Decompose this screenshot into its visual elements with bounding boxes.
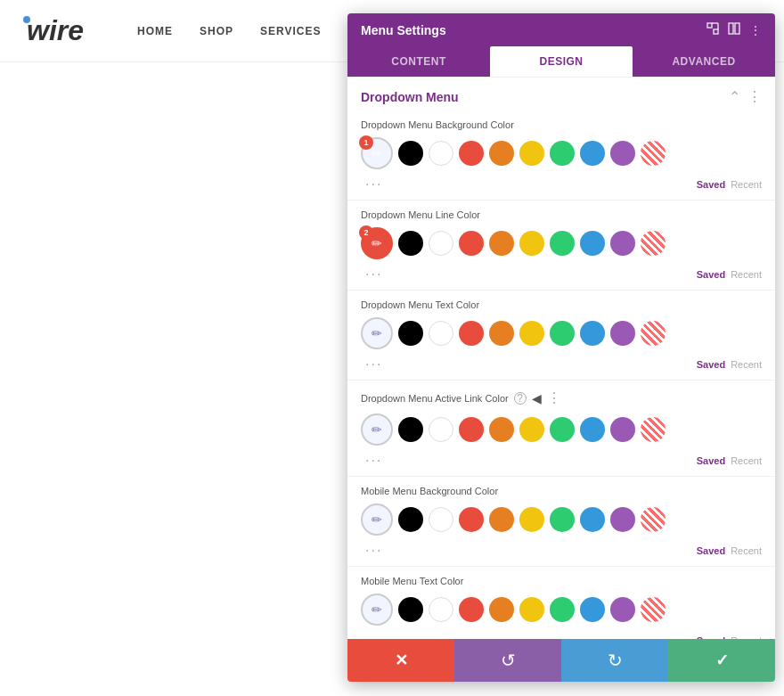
color-green-2[interactable]: [550, 231, 575, 256]
more-dots-5[interactable]: ···: [361, 543, 387, 559]
dropdown-line-color-row: 2 ✏: [361, 227, 762, 259]
color-orange-2[interactable]: [489, 231, 514, 256]
more-vert-active-icon[interactable]: ⋮: [547, 389, 561, 406]
saved-1[interactable]: Saved: [697, 179, 725, 190]
recent-2[interactable]: Recent: [731, 269, 762, 280]
recent-1[interactable]: Recent: [731, 179, 762, 190]
color-black-4[interactable]: [398, 417, 423, 442]
mobile-bg-color-setting: Mobile Menu Background Color ✏: [347, 479, 775, 543]
cancel-button[interactable]: ✕: [347, 639, 454, 682]
color-red-5[interactable]: [459, 507, 484, 532]
color-black-3[interactable]: [398, 321, 423, 346]
color-blue-2[interactable]: [580, 231, 605, 256]
color-white-4[interactable]: [429, 417, 453, 442]
saved-5[interactable]: Saved: [697, 545, 725, 556]
panel-header-icons: ⋮: [706, 22, 762, 37]
color-purple-1[interactable]: [610, 141, 635, 166]
color-black-5[interactable]: [398, 507, 423, 532]
nav-item-home[interactable]: HOME: [137, 25, 173, 37]
color-purple-6[interactable]: [610, 597, 635, 622]
color-purple-2[interactable]: [610, 231, 635, 256]
color-yellow-1[interactable]: [519, 141, 544, 166]
tab-design[interactable]: Design: [490, 46, 633, 77]
section-more-icon[interactable]: ⋮: [747, 88, 762, 105]
recent-3[interactable]: Recent: [731, 359, 762, 370]
color-orange-5[interactable]: [489, 507, 514, 532]
mobile-text-picker-btn[interactable]: ✏: [361, 594, 393, 626]
color-white-5[interactable]: [429, 507, 453, 532]
dropdown-text-label: Dropdown Menu Text Color: [361, 299, 762, 310]
color-orange-6[interactable]: [489, 597, 514, 622]
color-green-6[interactable]: [550, 597, 575, 622]
redo-button[interactable]: ↻: [561, 639, 668, 682]
color-blue-1[interactable]: [580, 141, 605, 166]
color-green-3[interactable]: [550, 321, 575, 346]
tab-content[interactable]: Content: [347, 46, 490, 77]
saved-4[interactable]: Saved: [697, 455, 725, 466]
color-orange-3[interactable]: [489, 321, 514, 346]
section-collapse-icon[interactable]: ⌃: [729, 88, 740, 105]
color-yellow-2[interactable]: [519, 231, 544, 256]
nav-item-shop[interactable]: SHOP: [200, 25, 233, 37]
color-red-3[interactable]: [459, 321, 484, 346]
saved-3[interactable]: Saved: [697, 359, 725, 370]
color-transparent-2[interactable]: [641, 231, 666, 256]
color-purple-4[interactable]: [610, 417, 635, 442]
color-blue-3[interactable]: [580, 321, 605, 346]
color-yellow-3[interactable]: [519, 321, 544, 346]
dropdown-active-picker-btn[interactable]: ✏: [361, 414, 393, 446]
color-black-2[interactable]: [398, 231, 423, 256]
color-blue-4[interactable]: [580, 417, 605, 442]
color-orange-4[interactable]: [489, 417, 514, 442]
color-green-4[interactable]: [550, 417, 575, 442]
saved-2[interactable]: Saved: [697, 269, 725, 280]
dropdown-line-picker-btn[interactable]: 2 ✏: [361, 227, 393, 259]
expand-icon[interactable]: [706, 22, 719, 37]
recent-4[interactable]: Recent: [731, 455, 762, 466]
color-transparent-5[interactable]: [641, 507, 666, 532]
color-red-6[interactable]: [459, 597, 484, 622]
undo-button[interactable]: ↺: [454, 639, 561, 682]
save-button[interactable]: ✓: [668, 639, 775, 682]
dropdown-line-color-setting: Dropdown Menu Line Color 2 ✏: [347, 202, 775, 266]
color-red-1[interactable]: [459, 141, 484, 166]
color-transparent-3[interactable]: [641, 321, 666, 346]
more-dots-3[interactable]: ···: [361, 356, 387, 373]
color-yellow-5[interactable]: [519, 507, 544, 532]
split-icon[interactable]: [728, 22, 740, 37]
more-dots-2[interactable]: ···: [361, 266, 387, 282]
nav-item-services[interactable]: SERVICES: [260, 25, 321, 37]
color-red-2[interactable]: [459, 231, 484, 256]
color-white-3[interactable]: [429, 321, 453, 346]
dropdown-bg-picker-btn[interactable]: 1 ✏: [361, 137, 393, 169]
color-green-1[interactable]: [550, 141, 575, 166]
more-dots-1[interactable]: ···: [361, 176, 387, 192]
color-purple-5[interactable]: [610, 507, 635, 532]
color-blue-5[interactable]: [580, 507, 605, 532]
more-vert-header-icon[interactable]: ⋮: [749, 23, 762, 37]
color-purple-3[interactable]: [610, 321, 635, 346]
color-blue-6[interactable]: [580, 597, 605, 622]
color-transparent-1[interactable]: [641, 141, 666, 166]
color-yellow-6[interactable]: [519, 597, 544, 622]
color-black-1[interactable]: [398, 141, 423, 166]
dropdown-active-color-row: ✏: [361, 414, 762, 446]
color-orange-1[interactable]: [489, 141, 514, 166]
color-black-6[interactable]: [398, 597, 423, 622]
recent-5[interactable]: Recent: [731, 545, 762, 556]
color-white-6[interactable]: [429, 597, 453, 622]
color-transparent-4[interactable]: [641, 417, 666, 442]
color-green-5[interactable]: [550, 507, 575, 532]
mobile-bg-picker-btn[interactable]: ✏: [361, 504, 393, 536]
tab-advanced[interactable]: Advanced: [633, 46, 775, 77]
eyedropper-1-icon: ✏: [372, 146, 382, 160]
more-dots-4[interactable]: ···: [361, 453, 387, 469]
dropdown-text-picker-btn[interactable]: ✏: [361, 317, 393, 349]
more-dots-6[interactable]: ···: [361, 633, 387, 639]
color-red-4[interactable]: [459, 417, 484, 442]
help-icon[interactable]: ?: [514, 392, 527, 405]
color-transparent-6[interactable]: [641, 597, 666, 622]
color-yellow-4[interactable]: [519, 417, 544, 442]
color-white-1[interactable]: [429, 141, 453, 166]
color-white-2[interactable]: [429, 231, 453, 256]
